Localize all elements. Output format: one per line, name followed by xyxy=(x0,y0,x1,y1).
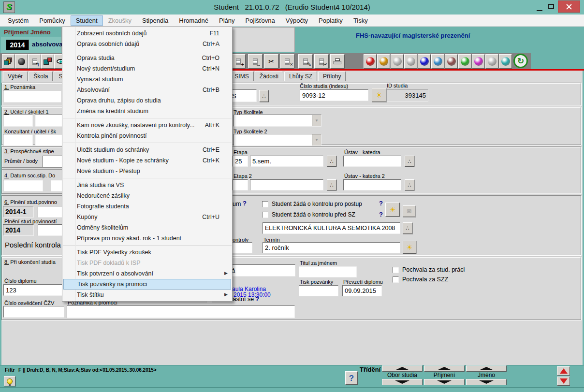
sort-desc-button[interactable] xyxy=(382,379,423,385)
list-delete-button[interactable]: × xyxy=(280,54,294,69)
ustav2-field[interactable] xyxy=(343,179,401,190)
typ-skolitele2-combo[interactable]: ▼ xyxy=(234,134,321,146)
help-question-mark[interactable]: ? xyxy=(243,200,247,207)
status-ball-button-9[interactable] xyxy=(472,54,485,69)
status-ball-button-7[interactable] xyxy=(445,54,458,69)
close-button[interactable] xyxy=(558,0,580,13)
etapa-num-field[interactable]: 25 xyxy=(233,156,248,167)
menu-item-nov-studium-p-estup[interactable]: Nové studium - Přestup xyxy=(62,166,232,176)
menu-item-kup-ny[interactable]: KupónyCtrl+U xyxy=(62,212,232,222)
record-next-button[interactable] xyxy=(557,377,570,386)
pochvala-szz-checkbox[interactable] xyxy=(393,276,399,283)
menu-item-oprava-studia[interactable]: Oprava studiaCtrl+O xyxy=(62,53,232,63)
help-question-mark[interactable]: ? xyxy=(379,211,383,218)
sort-desc-button[interactable] xyxy=(466,379,507,385)
menu-item-fotografie-studenta[interactable]: Fotografie studenta xyxy=(62,201,232,212)
status-ball-button-5[interactable] xyxy=(418,54,431,69)
tab-v-b-r[interactable]: Výběr xyxy=(3,71,28,81)
menu-item-kontrola-pln-n-povinnost[interactable]: Kontrola plnění povinností xyxy=(62,131,232,141)
combo-arrow-icon[interactable]: ▼ xyxy=(312,115,321,126)
menu-item-jin-studia-na-v[interactable]: Jiná studia na VŠ xyxy=(62,180,232,190)
menubar-item-tisky[interactable]: Tisky xyxy=(348,15,373,26)
plneni2-field[interactable] xyxy=(38,224,65,236)
status-ball-button-2[interactable] xyxy=(377,54,390,69)
menubar-item-v-po-ty[interactable]: Výpočty xyxy=(280,15,313,26)
konzultant-field-1[interactable] xyxy=(3,134,33,146)
list-move-button[interactable]: → xyxy=(248,54,263,69)
filter-bulb-button[interactable] xyxy=(4,376,15,386)
kontrola-sz-checkbox[interactable] xyxy=(262,212,268,218)
datum-soc-field-1[interactable] xyxy=(3,180,43,191)
menu-item-nov-student-studium[interactable]: Nový student/studiumCtrl+N xyxy=(62,63,232,74)
sun-button[interactable]: ☀ xyxy=(403,241,416,254)
cut-move-button[interactable]: ✂ xyxy=(264,54,278,69)
list-add-button[interactable]: + xyxy=(231,54,246,69)
menu-item-nedoru-en-z-silky[interactable]: Nedoručené zásilky xyxy=(62,190,232,201)
termin-field[interactable]: 2. ročník xyxy=(263,242,400,253)
sort-asc-button[interactable] xyxy=(424,365,465,372)
menu-item-absolvov-n[interactable]: AbsolvováníCtrl+B xyxy=(62,85,232,95)
typ-skolitele-combo[interactable]: ▼ xyxy=(234,115,321,127)
tisk-pozvanky-field[interactable] xyxy=(299,285,338,296)
status-ball-button-8[interactable] xyxy=(458,54,471,69)
status-ball-button-6[interactable] xyxy=(431,54,444,69)
menubar-item-pom-cky[interactable]: Pomůcky xyxy=(34,15,70,26)
menu-item-odm-ny-kolitel-m[interactable]: Odměny školitelům xyxy=(62,222,232,233)
menu-item-zobrazen-osobn-ch-daj[interactable]: Zobrazení osobních údajůF11 xyxy=(62,28,232,39)
poznamka-field[interactable] xyxy=(3,90,61,102)
combo-arrow-icon[interactable]: ▼ xyxy=(312,134,321,145)
sort-asc-button[interactable] xyxy=(466,365,507,372)
etapa-dots-button[interactable]: ∴ xyxy=(327,156,336,167)
status-ball-button-1[interactable] xyxy=(364,54,377,69)
obor-field[interactable]: ELEKTRONICKÁ KULTURA A SEMIOTIKA 2008 xyxy=(263,222,400,234)
sun-button[interactable]: ☀ xyxy=(385,203,400,217)
minimize-button[interactable] xyxy=(533,3,546,11)
etapa2-dots-button[interactable]: ∴ xyxy=(327,179,336,190)
tab-dosti[interactable]: Žádosti xyxy=(255,71,283,81)
refresh-recycle-icon[interactable]: ↻ xyxy=(513,54,528,68)
menu-item-tisk-potvrzen-o-absolvov-n[interactable]: Tisk potvrzení o absolvování▶ xyxy=(62,268,232,279)
menubar-item-hromadn[interactable]: Hromadné xyxy=(174,15,214,26)
tab-kola[interactable]: Škola xyxy=(29,71,53,81)
sort-desc-button[interactable] xyxy=(424,379,465,385)
copy-cards-button[interactable] xyxy=(41,54,54,69)
status-ball-button-11[interactable] xyxy=(499,54,512,69)
titul-field[interactable] xyxy=(299,266,357,277)
menu-item-tisk-pozv-nky-na-promoci[interactable]: Tisk pozvánky na promoci xyxy=(63,279,231,290)
menu-item-kam-nov-zkou-ky-nastaven-pro-kontroly[interactable]: Kam nové zkoušky, nastavení pro kontroly… xyxy=(62,120,232,131)
menu-item-tisk-t-tku[interactable]: Tisk štítku▶ xyxy=(62,290,232,300)
menubar-item-stipendia[interactable]: Stipendia xyxy=(137,15,174,26)
tab-p-lohy[interactable]: Přílohy xyxy=(318,71,346,81)
poznamka-promoci-field[interactable] xyxy=(67,305,295,318)
plneni-field[interactable] xyxy=(38,206,65,218)
print-button[interactable] xyxy=(330,54,345,69)
cislo-osvedceni-field[interactable] xyxy=(3,306,64,318)
refresh-list-button[interactable]: ↰ xyxy=(28,54,41,69)
transfer-note-button[interactable]: ✂ xyxy=(314,54,329,69)
envelope-button[interactable]: ✉ xyxy=(403,205,415,217)
menu-item-vymazat-studium[interactable]: Vymazat studium xyxy=(62,74,232,85)
cards-stack-button[interactable] xyxy=(2,54,15,69)
menu-item-zm-na-na-kreditn-studium[interactable]: Změna na kreditní studium xyxy=(62,106,232,116)
tab-lh-ty-sz[interactable]: Lhůty SZ xyxy=(284,71,317,81)
ustav2-dots-button[interactable]: ∴ xyxy=(405,179,414,190)
kontrola-postup-checkbox[interactable] xyxy=(262,201,268,207)
menu-item-oprava-osobn-ch-daj[interactable]: Oprava osobních údajůCtrl+A xyxy=(62,39,232,49)
status-ball-button-4[interactable] xyxy=(404,54,417,69)
help-button[interactable]: ? xyxy=(345,371,358,385)
ustav-dots-button[interactable]: ∴ xyxy=(405,156,414,167)
obor-dots-button[interactable]: ∴ xyxy=(403,222,412,234)
ustav-field[interactable] xyxy=(343,156,401,167)
menu-item-tisk-pdf-v-sledky-zkou-ek[interactable]: Tisk PDF Výsledky zkoušek xyxy=(62,247,232,258)
menubar-item-student[interactable]: Student xyxy=(71,15,103,26)
help-question-mark[interactable]: ? xyxy=(379,200,383,207)
prevzeti-field[interactable]: 09.09.2015 xyxy=(342,285,382,296)
etapa2-num-field[interactable] xyxy=(233,179,248,190)
pochvala-praci-checkbox[interactable] xyxy=(393,267,399,273)
help-question-mark[interactable]: ? xyxy=(255,295,259,303)
cislo-studia-field[interactable]: 9093-12 xyxy=(300,89,368,101)
sort-asc-button[interactable] xyxy=(382,365,423,372)
menu-item-nov-studium-kopie-ze-schr-nky[interactable]: Nové studium - Kopie ze schránkyCtrl+K xyxy=(62,155,232,166)
record-prev-button[interactable] xyxy=(557,366,570,376)
menubar-item-pl-ny[interactable]: Plány xyxy=(214,15,240,26)
